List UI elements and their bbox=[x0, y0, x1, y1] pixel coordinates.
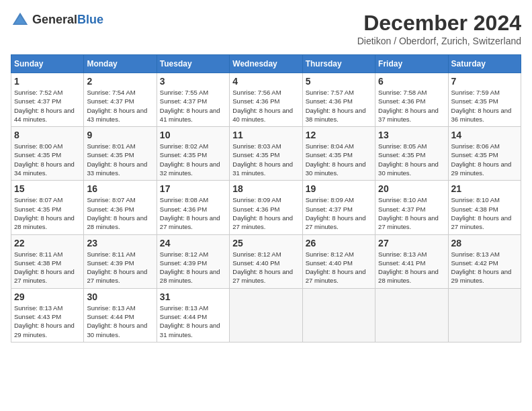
day-info: Sunrise: 8:07 AM Sunset: 4:35 PM Dayligh… bbox=[14, 195, 81, 231]
day-info: Sunrise: 8:12 AM Sunset: 4:40 PM Dayligh… bbox=[232, 250, 299, 285]
day-info: Sunrise: 8:13 AM Sunset: 4:44 PM Dayligh… bbox=[160, 304, 226, 339]
day-info: Sunrise: 8:05 AM Sunset: 4:35 PM Dayligh… bbox=[378, 142, 445, 177]
sunrise-label: Sunrise: 8:13 AM bbox=[160, 304, 208, 312]
day-number: 11 bbox=[232, 130, 299, 140]
table-row: 13 Sunrise: 8:05 AM Sunset: 4:35 PM Dayl… bbox=[375, 127, 448, 181]
calendar-week-row: 29 Sunrise: 8:13 AM Sunset: 4:43 PM Dayl… bbox=[11, 288, 521, 342]
daylight-label: Daylight: 8 hours and 28 minutes. bbox=[87, 214, 147, 230]
day-info: Sunrise: 8:06 AM Sunset: 4:35 PM Dayligh… bbox=[451, 142, 518, 177]
table-row: 30 Sunrise: 8:13 AM Sunset: 4:44 PM Dayl… bbox=[84, 288, 157, 342]
daylight-label: Daylight: 8 hours and 44 minutes. bbox=[14, 107, 75, 123]
day-info: Sunrise: 8:03 AM Sunset: 4:35 PM Dayligh… bbox=[232, 142, 299, 177]
table-row: 19 Sunrise: 8:09 AM Sunset: 4:37 PM Dayl… bbox=[302, 181, 375, 234]
table-row: 18 Sunrise: 8:09 AM Sunset: 4:36 PM Dayl… bbox=[230, 181, 302, 234]
sunset-label: Sunset: 4:35 PM bbox=[14, 151, 61, 158]
sunrise-label: Sunrise: 7:58 AM bbox=[378, 89, 427, 96]
sunrise-label: Sunrise: 8:07 AM bbox=[14, 196, 62, 203]
daylight-label: Daylight: 8 hours and 28 minutes. bbox=[160, 268, 220, 284]
header-row: Sunday Monday Tuesday Wednesday Thursday… bbox=[11, 55, 521, 73]
day-info: Sunrise: 8:04 AM Sunset: 4:35 PM Dayligh… bbox=[306, 142, 372, 177]
daylight-label: Daylight: 8 hours and 27 minutes. bbox=[306, 214, 366, 230]
col-friday: Friday bbox=[375, 55, 448, 73]
sunset-label: Sunset: 4:37 PM bbox=[378, 205, 425, 213]
day-number: 3 bbox=[160, 76, 226, 87]
table-row: 10 Sunrise: 8:02 AM Sunset: 4:35 PM Dayl… bbox=[157, 127, 229, 181]
daylight-label: Daylight: 8 hours and 41 minutes. bbox=[160, 107, 220, 123]
daylight-label: Daylight: 8 hours and 40 minutes. bbox=[232, 107, 293, 123]
table-row: 2 Sunrise: 7:54 AM Sunset: 4:37 PM Dayli… bbox=[84, 73, 157, 127]
daylight-label: Daylight: 8 hours and 27 minutes. bbox=[160, 214, 220, 230]
day-number: 10 bbox=[160, 130, 226, 140]
sunrise-label: Sunrise: 8:01 AM bbox=[87, 142, 135, 150]
daylight-label: Daylight: 8 hours and 27 minutes. bbox=[14, 268, 75, 284]
day-number: 16 bbox=[87, 183, 153, 194]
table-row: 6 Sunrise: 7:58 AM Sunset: 4:36 PM Dayli… bbox=[375, 73, 448, 127]
day-info: Sunrise: 7:52 AM Sunset: 4:37 PM Dayligh… bbox=[14, 88, 81, 124]
day-info: Sunrise: 8:09 AM Sunset: 4:36 PM Dayligh… bbox=[232, 195, 299, 231]
sunset-label: Sunset: 4:37 PM bbox=[160, 97, 207, 105]
col-tuesday: Tuesday bbox=[157, 55, 229, 73]
day-number: 30 bbox=[87, 291, 153, 302]
logo-text: GeneralBlue bbox=[32, 13, 103, 27]
col-wednesday: Wednesday bbox=[230, 55, 302, 73]
daylight-label: Daylight: 8 hours and 33 minutes. bbox=[87, 161, 147, 177]
calendar-table: Sunday Monday Tuesday Wednesday Thursday… bbox=[11, 54, 521, 342]
daylight-label: Daylight: 8 hours and 27 minutes. bbox=[232, 268, 293, 284]
day-info: Sunrise: 8:13 AM Sunset: 4:42 PM Dayligh… bbox=[451, 250, 518, 285]
daylight-label: Daylight: 8 hours and 27 minutes. bbox=[87, 268, 147, 284]
table-row: 21 Sunrise: 8:10 AM Sunset: 4:38 PM Dayl… bbox=[448, 181, 521, 234]
table-row: 5 Sunrise: 7:57 AM Sunset: 4:36 PM Dayli… bbox=[302, 73, 375, 127]
sunset-label: Sunset: 4:35 PM bbox=[378, 151, 425, 158]
daylight-label: Daylight: 8 hours and 37 minutes. bbox=[378, 107, 439, 123]
sunset-label: Sunset: 4:35 PM bbox=[451, 151, 498, 158]
sunset-label: Sunset: 4:36 PM bbox=[232, 97, 279, 105]
sunset-label: Sunset: 4:42 PM bbox=[451, 259, 498, 267]
table-row: 31 Sunrise: 8:13 AM Sunset: 4:44 PM Dayl… bbox=[157, 288, 229, 342]
day-info: Sunrise: 8:08 AM Sunset: 4:36 PM Dayligh… bbox=[160, 195, 226, 231]
sunset-label: Sunset: 4:35 PM bbox=[451, 97, 498, 105]
sunset-label: Sunset: 4:36 PM bbox=[378, 97, 425, 105]
col-sunday: Sunday bbox=[11, 55, 84, 73]
logo-general: General bbox=[32, 13, 77, 26]
sunrise-label: Sunrise: 8:06 AM bbox=[451, 142, 500, 150]
calendar-week-row: 1 Sunrise: 7:52 AM Sunset: 4:37 PM Dayli… bbox=[11, 73, 521, 127]
day-info: Sunrise: 8:13 AM Sunset: 4:41 PM Dayligh… bbox=[378, 250, 445, 285]
daylight-label: Daylight: 8 hours and 27 minutes. bbox=[378, 214, 439, 230]
sunrise-label: Sunrise: 8:10 AM bbox=[451, 196, 500, 203]
table-row bbox=[448, 288, 521, 342]
sunset-label: Sunset: 4:36 PM bbox=[232, 205, 279, 213]
day-number: 18 bbox=[232, 183, 299, 194]
day-info: Sunrise: 7:54 AM Sunset: 4:37 PM Dayligh… bbox=[87, 88, 153, 124]
day-number: 9 bbox=[87, 130, 153, 140]
sunrise-label: Sunrise: 7:59 AM bbox=[451, 89, 500, 96]
table-row: 7 Sunrise: 7:59 AM Sunset: 4:35 PM Dayli… bbox=[448, 73, 521, 127]
table-row: 17 Sunrise: 8:08 AM Sunset: 4:36 PM Dayl… bbox=[157, 181, 229, 234]
day-number: 2 bbox=[87, 76, 153, 87]
sunset-label: Sunset: 4:39 PM bbox=[160, 259, 207, 267]
sunrise-label: Sunrise: 8:08 AM bbox=[160, 196, 208, 203]
table-row: 4 Sunrise: 7:56 AM Sunset: 4:36 PM Dayli… bbox=[230, 73, 302, 127]
table-row: 29 Sunrise: 8:13 AM Sunset: 4:43 PM Dayl… bbox=[11, 288, 84, 342]
col-saturday: Saturday bbox=[448, 55, 521, 73]
daylight-label: Daylight: 8 hours and 34 minutes. bbox=[14, 161, 75, 177]
sunrise-label: Sunrise: 8:09 AM bbox=[306, 196, 354, 203]
sunrise-label: Sunrise: 8:12 AM bbox=[160, 250, 208, 258]
sunset-label: Sunset: 4:44 PM bbox=[87, 313, 134, 320]
sunset-label: Sunset: 4:37 PM bbox=[306, 205, 353, 213]
sunset-label: Sunset: 4:35 PM bbox=[160, 151, 207, 158]
day-number: 26 bbox=[306, 238, 372, 248]
sunset-label: Sunset: 4:43 PM bbox=[14, 313, 61, 320]
daylight-label: Daylight: 8 hours and 30 minutes. bbox=[378, 161, 439, 177]
sunset-label: Sunset: 4:36 PM bbox=[306, 97, 353, 105]
day-number: 8 bbox=[14, 130, 81, 140]
daylight-label: Daylight: 8 hours and 31 minutes. bbox=[160, 322, 220, 338]
day-number: 12 bbox=[306, 130, 372, 140]
day-info: Sunrise: 8:11 AM Sunset: 4:38 PM Dayligh… bbox=[14, 250, 81, 285]
sunrise-label: Sunrise: 8:13 AM bbox=[378, 250, 427, 258]
table-row: 25 Sunrise: 8:12 AM Sunset: 4:40 PM Dayl… bbox=[230, 234, 302, 288]
calendar-week-row: 15 Sunrise: 8:07 AM Sunset: 4:35 PM Dayl… bbox=[11, 181, 521, 234]
sunrise-label: Sunrise: 7:55 AM bbox=[160, 89, 208, 96]
sunset-label: Sunset: 4:38 PM bbox=[451, 205, 498, 213]
daylight-label: Daylight: 8 hours and 31 minutes. bbox=[232, 161, 293, 177]
day-number: 28 bbox=[451, 238, 518, 248]
